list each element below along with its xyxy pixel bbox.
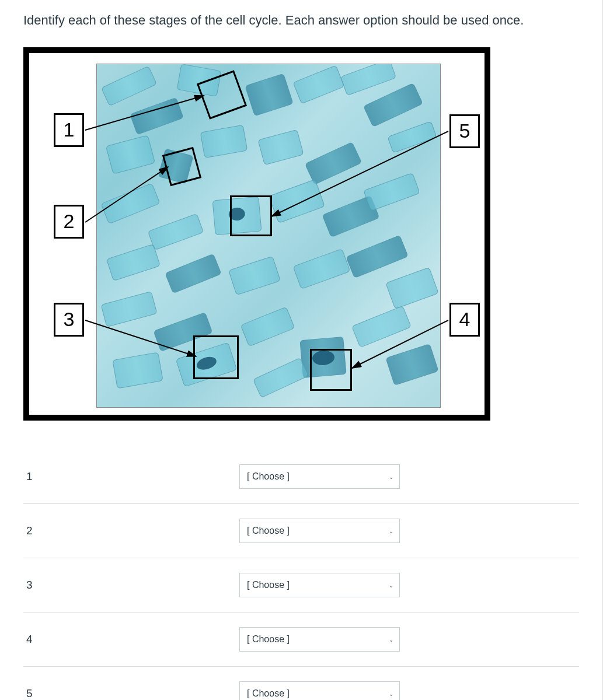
answer-dropdown-2[interactable]: [ Choose ] ⌄ — [239, 519, 400, 543]
answer-label: 4 — [23, 633, 239, 646]
chevron-down-icon: ⌄ — [389, 690, 393, 696]
answer-dropdown-1[interactable]: [ Choose ] ⌄ — [239, 464, 400, 489]
answer-row-1: 1 [ Choose ] ⌄ — [23, 450, 579, 504]
answer-label: 5 — [23, 687, 239, 700]
label-3: 3 — [54, 303, 84, 337]
chevron-down-icon: ⌄ — [389, 636, 393, 642]
question-text: Identify each of these stages of the cel… — [23, 12, 579, 30]
chevron-down-icon: ⌄ — [389, 527, 393, 534]
answer-label: 3 — [23, 579, 239, 592]
answer-row-5: 5 [ Choose ] ⌄ — [23, 667, 579, 700]
answer-label: 1 — [23, 470, 239, 483]
chevron-down-icon: ⌄ — [389, 473, 393, 480]
answer-dropdown-5[interactable]: [ Choose ] ⌄ — [239, 681, 400, 700]
answer-dropdown-4[interactable]: [ Choose ] ⌄ — [239, 627, 400, 652]
chevron-down-icon: ⌄ — [389, 582, 393, 588]
answer-label: 2 — [23, 524, 239, 537]
highlight-box-4 — [310, 349, 352, 391]
answer-row-4: 4 [ Choose ] ⌄ — [23, 612, 579, 667]
diagram-frame: 1 2 3 4 5 — [23, 47, 490, 421]
answer-row-2: 2 [ Choose ] ⌄ — [23, 504, 579, 558]
highlight-box-center — [230, 195, 272, 236]
microscopy-image — [96, 64, 441, 408]
label-1: 1 — [54, 113, 84, 147]
answer-table: 1 [ Choose ] ⌄ 2 [ Choose ] ⌄ 3 [ Choose… — [23, 450, 579, 700]
highlight-box-3 — [193, 335, 239, 379]
label-2: 2 — [54, 205, 84, 239]
answer-row-3: 3 [ Choose ] ⌄ — [23, 558, 579, 612]
label-5: 5 — [449, 114, 480, 148]
answer-dropdown-3[interactable]: [ Choose ] ⌄ — [239, 573, 400, 597]
label-4: 4 — [449, 303, 480, 337]
